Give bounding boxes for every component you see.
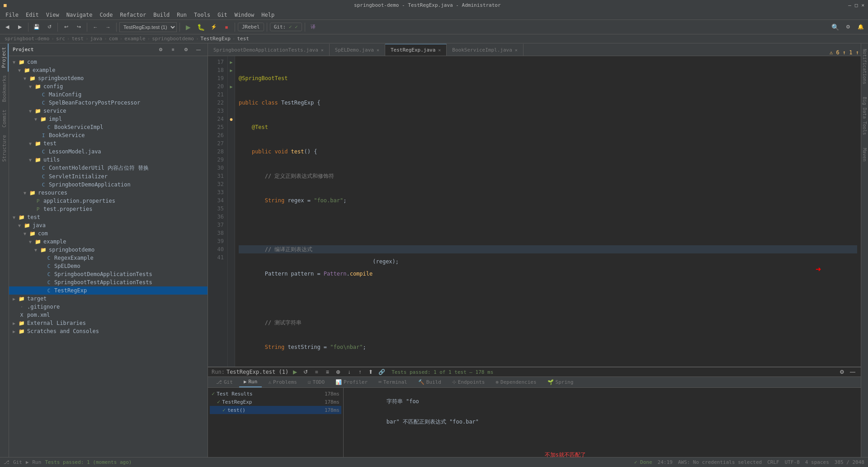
tab-close-bookserviceimpl[interactable]: ✕: [515, 48, 518, 52]
debug-btn[interactable]: 🐛: [195, 22, 207, 33]
menu-code[interactable]: Code: [96, 10, 117, 20]
statusbar-run-label[interactable]: Run: [33, 459, 42, 465]
bottom-tab-run[interactable]: ▶ Run: [239, 377, 262, 387]
test-results-root[interactable]: ✓ Test Results 178ms: [210, 390, 341, 398]
tree-contentholder[interactable]: C ContentHolderUtil 内容占位符 替换: [9, 164, 208, 172]
menu-tools[interactable]: Tools: [190, 10, 214, 20]
tree-external-libs[interactable]: ▶ 📁 External Libraries: [9, 319, 208, 327]
bottom-tab-endpoints[interactable]: ⊹ Endpoints: [448, 377, 490, 387]
bottom-tab-dependencies[interactable]: ⊗ Dependencies: [491, 377, 541, 387]
toolbar-nav-back-btn[interactable]: ←: [90, 22, 101, 33]
toolbar-undo-btn[interactable]: ↩: [61, 22, 71, 33]
run-config-dropdown[interactable]: TestRegExp.test (1): [119, 22, 177, 32]
tab-springbootdemoapplicationtests[interactable]: SpringbootDemoApplicationTests.java ✕: [208, 44, 330, 56]
breadcrumb-item-6[interactable]: example: [124, 36, 145, 42]
stop-btn[interactable]: ■: [221, 22, 232, 33]
statusbar-aws[interactable]: AWS: No credentials selected: [678, 459, 762, 465]
tree-test-folder[interactable]: ▼ 📁 test: [9, 139, 208, 148]
project-gear-btn[interactable]: ⚙: [155, 46, 166, 54]
toolbar-sync-btn[interactable]: ↺: [44, 22, 55, 33]
right-tab-maven[interactable]: Maven: [861, 144, 868, 165]
tab-bookserviceimpl[interactable]: BookServiceImpl.java ✕: [447, 44, 523, 56]
run-btn[interactable]: ▶: [183, 22, 193, 33]
menu-window[interactable]: Window: [231, 10, 258, 20]
breadcrumb-item-9[interactable]: test: [237, 36, 249, 42]
bookmarks-tab[interactable]: Bookmarks: [0, 71, 8, 106]
tree-com[interactable]: ▼ 📁 com: [9, 58, 208, 66]
statusbar-git[interactable]: Git: [13, 459, 22, 465]
tree-testprops[interactable]: P test.properties: [9, 205, 208, 213]
bottom-tab-build[interactable]: 🔨 Build: [414, 377, 446, 387]
tree-config[interactable]: ▼ 📁 config: [9, 82, 208, 91]
maximize-btn[interactable]: □: [855, 2, 858, 8]
code-content[interactable]: @SpringBootTest public class TestRegExp …: [235, 56, 861, 367]
tree-regexexample[interactable]: C RegexExample: [9, 254, 208, 262]
translate-btn[interactable]: 译: [308, 22, 319, 33]
jrebel-btn[interactable]: JRebel: [238, 23, 264, 31]
run-close-btn[interactable]: —: [848, 367, 857, 376]
tree-springbootdemoapplicationtests[interactable]: C SpringbootDemoApplicationTests: [9, 270, 208, 278]
toolbar-forward-btn[interactable]: ▶: [14, 22, 25, 33]
minimize-btn[interactable]: —: [848, 2, 851, 8]
project-collapse-btn[interactable]: ≡: [168, 46, 179, 54]
menu-refactor[interactable]: Refactor: [116, 10, 150, 20]
breadcrumb-item-8[interactable]: TestRegExp: [201, 36, 231, 42]
breadcrumb-item-7[interactable]: springbootdemo: [152, 36, 194, 42]
gutter-run-18[interactable]: ▶: [228, 66, 235, 74]
tab-close-speldemo[interactable]: ✕: [377, 48, 379, 52]
right-tab-notifications[interactable]: Notifications: [861, 45, 868, 88]
toolbar-redo-btn[interactable]: ↪: [73, 22, 84, 33]
tree-service[interactable]: ▼ 📁 service: [9, 107, 208, 115]
tab-close-springbootdemoapplicationtests[interactable]: ✕: [321, 48, 324, 52]
run-with-coverage-btn[interactable]: ⚡: [208, 22, 219, 33]
menu-build[interactable]: Build: [150, 10, 173, 20]
tree-utils[interactable]: ▼ 📁 utils: [9, 156, 208, 164]
tree-speldemo[interactable]: C SpELDemo: [9, 262, 208, 270]
statusbar-position[interactable]: 24:19: [658, 459, 673, 465]
structure-tab[interactable]: Structure: [0, 131, 8, 166]
notifications-btn[interactable]: 🔔: [855, 22, 866, 33]
breadcrumb-item-4[interactable]: java: [90, 36, 103, 42]
window-controls[interactable]: — □ ✕: [848, 2, 864, 8]
test-method-row[interactable]: ✓ test() 178ms: [210, 406, 341, 414]
statusbar-line-ending[interactable]: CRLF: [767, 459, 779, 465]
tree-springbootdemoapplication[interactable]: C SpringbootDemoApplication: [9, 181, 208, 189]
run-settings-btn[interactable]: ⚙: [837, 367, 846, 376]
breadcrumb-item-2[interactable]: src: [56, 36, 65, 42]
tree-lessonmodel[interactable]: C LessonModel.java: [9, 148, 208, 156]
collapse-all-btn[interactable]: ↑: [355, 367, 364, 376]
breadcrumb-item-5[interactable]: com: [109, 36, 118, 42]
menu-help[interactable]: Help: [258, 10, 278, 20]
stop-run-btn[interactable]: ■: [312, 367, 321, 376]
tree-springboottestapplicationtests[interactable]: C SpringbootTestApplicationTests: [9, 278, 208, 286]
tree-springbootdemo-test[interactable]: ▼ 📁 springbootdemo: [9, 246, 208, 254]
export-results-btn[interactable]: ⬆: [366, 367, 375, 376]
tree-example-test[interactable]: ▼ 📁 example: [9, 238, 208, 246]
tree-mainconfig[interactable]: C MainConfig: [9, 91, 208, 99]
menu-git[interactable]: Git: [214, 10, 231, 20]
project-tab[interactable]: Project: [0, 43, 9, 71]
tree-pom[interactable]: X pom.xml: [9, 311, 208, 319]
menu-file[interactable]: File: [2, 10, 22, 20]
rerun-failed-btn[interactable]: ↺: [301, 367, 310, 376]
tree-impl[interactable]: ▼ 📁 impl: [9, 115, 208, 123]
tree-bookserviceimpl[interactable]: C BookServiceImpl: [9, 123, 208, 131]
git-status-btn[interactable]: Git: ✓ ✓: [270, 23, 302, 31]
breadcrumb-item-3[interactable]: test: [71, 36, 84, 42]
project-settings-btn[interactable]: ⚙: [180, 46, 191, 54]
menu-run[interactable]: Run: [173, 10, 190, 20]
settings-btn[interactable]: ⚙: [843, 22, 854, 33]
tree-gitignore[interactable]: · .gitignore: [9, 303, 208, 311]
menu-edit[interactable]: Edit: [22, 10, 42, 20]
test-class-row[interactable]: ✓ TestRegExp 178ms: [210, 398, 341, 406]
toolbar-nav-forward-btn[interactable]: →: [103, 22, 113, 33]
tree-test-src[interactable]: ▼ 📁 test: [9, 213, 208, 221]
menu-view[interactable]: View: [42, 10, 63, 20]
tree-servletinitializer[interactable]: C ServletInitializer: [9, 172, 208, 181]
statusbar-indent[interactable]: 4 spaces: [805, 459, 829, 465]
bottom-tab-problems[interactable]: ⚠ Problems: [264, 377, 302, 387]
bottom-tab-git[interactable]: ⎇ Git: [212, 377, 237, 387]
toolbar-back-btn[interactable]: ◀: [2, 22, 13, 33]
tree-testregexp[interactable]: C TestRegExp: [9, 286, 208, 295]
bottom-tab-todo[interactable]: ☑ TODO: [303, 377, 329, 387]
